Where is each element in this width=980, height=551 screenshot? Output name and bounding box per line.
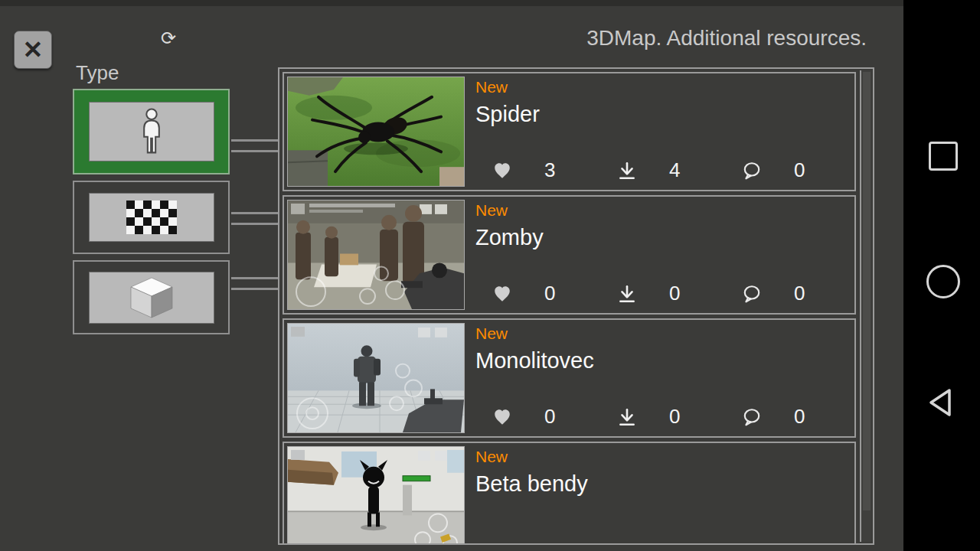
type-filter-textures[interactable] (73, 181, 230, 254)
card-info: New Zomby 0 (468, 197, 854, 313)
close-icon: ✕ (23, 35, 44, 64)
downloads-stat: 4 (600, 158, 725, 182)
resource-card-monolitovec[interactable]: New Monolitovec 0 (283, 318, 856, 438)
comment-icon (742, 407, 762, 427)
new-badge: New (475, 201, 854, 220)
downloads-count: 4 (669, 158, 680, 182)
comments-count: 0 (794, 158, 805, 182)
monolitovec-thumbnail (287, 323, 465, 433)
connector-line (231, 139, 278, 142)
resource-name: Beta bendy (475, 471, 854, 497)
download-icon (617, 161, 637, 181)
type-filter-characters[interactable] (73, 89, 230, 174)
stats-row: 0 0 (475, 405, 850, 429)
resource-name: Spider (475, 102, 854, 127)
refresh-icon[interactable]: ⟳ (161, 28, 176, 49)
likes-count: 3 (544, 158, 555, 182)
android-nav-bar (903, 0, 980, 551)
heart-icon (492, 407, 512, 427)
app-screen: ✕ ⟳ 3DMap. Additional resources. Type (0, 0, 980, 551)
new-badge: New (475, 324, 854, 343)
stats-row: 3 4 (475, 158, 850, 182)
resource-name: Zomby (475, 225, 854, 250)
spider-thumbnail (287, 77, 465, 187)
comments-stat: 0 (725, 405, 850, 429)
likes-stat: 3 (475, 158, 600, 182)
home-circle-icon[interactable] (926, 265, 960, 298)
comment-icon (742, 284, 762, 304)
connector-line (231, 277, 278, 279)
beta-bendy-thumbnail (287, 446, 465, 545)
back-triangle-icon[interactable] (925, 387, 959, 418)
page-title: 3DMap. Additional resources. (586, 26, 867, 51)
heart-icon (492, 161, 512, 181)
resource-card-spider[interactable]: New Spider 3 (283, 72, 856, 191)
resource-list: New Spider 3 (278, 67, 874, 545)
new-badge: New (475, 448, 854, 466)
heart-icon (492, 284, 512, 304)
connector-line (231, 150, 278, 152)
scrollbar-thumb[interactable] (863, 72, 871, 510)
card-info: New Spider 3 (468, 73, 854, 190)
likes-count: 0 (544, 282, 555, 305)
card-info: New Beta bendy (468, 443, 854, 545)
download-icon (617, 284, 637, 304)
download-icon (617, 407, 637, 427)
resource-name: Monolitovec (475, 348, 854, 373)
connector-line (231, 212, 278, 214)
new-badge: New (475, 78, 854, 96)
likes-count: 0 (544, 405, 555, 429)
downloads-stat: 0 (600, 405, 725, 429)
character-icon (89, 102, 214, 161)
connector-line (231, 288, 278, 290)
comments-stat: 0 (725, 282, 850, 305)
texture-icon (89, 193, 214, 242)
comments-count: 0 (794, 282, 805, 305)
downloads-stat: 0 (600, 282, 725, 305)
close-button[interactable]: ✕ (14, 31, 52, 69)
likes-stat: 0 (475, 282, 600, 305)
downloads-count: 0 (669, 405, 680, 429)
card-info: New Monolitovec 0 (468, 320, 854, 436)
type-filter-objects[interactable] (73, 260, 230, 334)
likes-stat: 0 (475, 405, 600, 429)
resource-card-zomby[interactable]: New Zomby 0 (283, 195, 856, 315)
comment-icon (742, 161, 762, 181)
downloads-count: 0 (669, 282, 680, 305)
connector-line (231, 223, 278, 225)
zomby-thumbnail (287, 200, 465, 310)
stats-row: 0 0 (475, 282, 850, 305)
object-cube-icon (89, 272, 214, 324)
comments-stat: 0 (725, 158, 850, 182)
resource-card-beta-bendy[interactable]: New Beta bendy (283, 442, 856, 545)
scrollbar-track[interactable] (860, 70, 871, 542)
type-label: Type (76, 61, 119, 85)
recents-square-icon[interactable] (929, 142, 958, 171)
status-strip (0, 0, 903, 6)
comments-count: 0 (794, 405, 805, 429)
